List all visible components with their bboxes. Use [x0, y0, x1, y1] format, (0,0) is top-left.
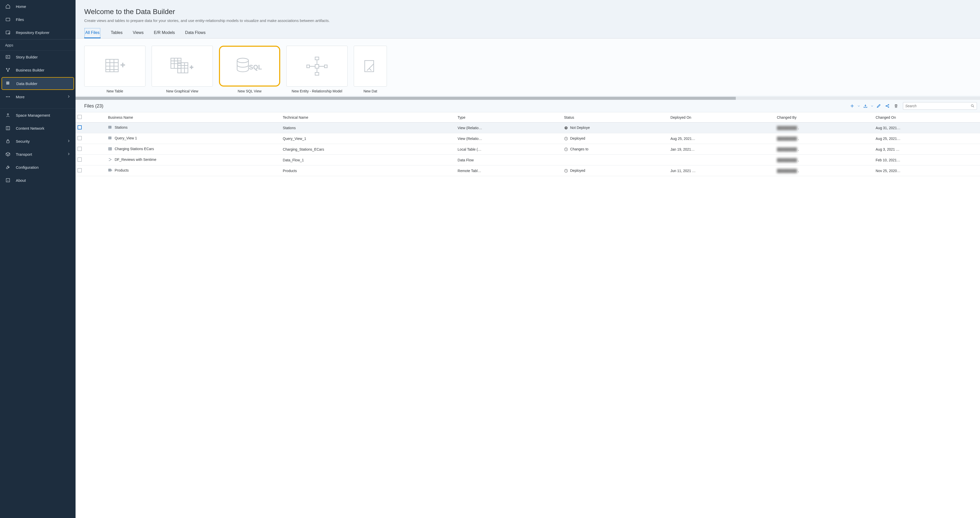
- sidebar-item-data-builder[interactable]: Data Builder: [2, 77, 74, 90]
- svg-point-9: [7, 96, 8, 97]
- lock-icon: [5, 139, 11, 144]
- search-input[interactable]: [905, 104, 970, 108]
- chevron-right-icon: [67, 95, 70, 99]
- share-button[interactable]: [883, 102, 892, 110]
- tab-tables[interactable]: Tables: [111, 28, 123, 38]
- files-count-title: Files (23): [84, 104, 103, 109]
- chart-icon: [5, 54, 11, 60]
- col-changed-on[interactable]: Changed On: [873, 112, 980, 123]
- add-dropdown[interactable]: [856, 102, 861, 110]
- cell-status: Deployed: [562, 166, 668, 176]
- add-button[interactable]: [848, 102, 856, 110]
- search-box[interactable]: [903, 102, 977, 110]
- sidebar-item-content-network[interactable]: Content Network: [0, 122, 76, 135]
- card-new-data-flow[interactable]: New Dat: [354, 46, 387, 93]
- sidebar: Home Files Repository Explorer Apps Stor…: [0, 0, 76, 518]
- card-box: [151, 46, 213, 86]
- sidebar-item-space-management[interactable]: Space Management: [0, 109, 76, 122]
- col-deployed-on[interactable]: Deployed On: [668, 112, 775, 123]
- cell-business-name: Charging Stations ECars: [106, 144, 281, 155]
- svg-point-18: [237, 58, 248, 63]
- row-checkbox[interactable]: [78, 158, 82, 162]
- sidebar-item-label: Space Management: [16, 113, 50, 118]
- import-button[interactable]: [861, 102, 870, 110]
- col-business-name[interactable]: Business Name: [106, 112, 281, 123]
- sidebar-item-label: Home: [16, 4, 26, 9]
- sql-icon: SQL: [234, 56, 265, 77]
- sidebar-item-transport[interactable]: Transport: [0, 148, 76, 161]
- svg-rect-25: [365, 61, 374, 72]
- svg-point-11: [7, 113, 9, 115]
- cell-changed-on: Nov 25, 2020…: [873, 166, 980, 176]
- action-cards: New Table New Graphical View SQL New SQL…: [76, 38, 980, 96]
- svg-rect-23: [307, 65, 310, 68]
- sidebar-item-label: Transport: [16, 152, 32, 156]
- row-checkbox[interactable]: [78, 147, 82, 151]
- svg-rect-13: [6, 141, 9, 143]
- sidebar-item-about[interactable]: About: [0, 174, 76, 187]
- files-table: Business Name Technical Name Type Status…: [76, 112, 980, 518]
- tab-data-flows[interactable]: Data Flows: [185, 28, 205, 38]
- sidebar-item-files[interactable]: Files: [0, 13, 76, 26]
- row-checkbox[interactable]: [78, 136, 82, 140]
- main-content: Welcome to the Data Builder Create views…: [76, 0, 980, 518]
- sidebar-item-label: Content Network: [16, 126, 45, 131]
- svg-rect-34: [108, 148, 111, 150]
- sidebar-item-more[interactable]: More: [0, 90, 76, 104]
- wrench-icon: [5, 164, 11, 170]
- card-label: New Graphical View: [151, 89, 213, 93]
- col-technical-name[interactable]: Technical Name: [281, 112, 455, 123]
- edit-button[interactable]: [874, 102, 883, 110]
- table-row[interactable]: StationsStationsView (Relatio…Not Deploy…: [76, 123, 980, 133]
- svg-rect-30: [108, 126, 111, 128]
- table-row[interactable]: Query_View 1Query_View_1View (Relatio…De…: [76, 133, 980, 144]
- card-new-sql-view[interactable]: SQL New SQL View: [219, 46, 280, 93]
- row-checkbox[interactable]: [78, 125, 82, 129]
- cell-deployed-on: [668, 155, 775, 166]
- table-row[interactable]: DF_Reviews with SentimeData_Flow_1Data F…: [76, 155, 980, 166]
- tab-er-models[interactable]: E/R Models: [154, 28, 175, 38]
- table-row[interactable]: ProductsProductsRemote Tabl…DeployedJun …: [76, 166, 980, 176]
- tab-all-files[interactable]: All Files: [84, 28, 100, 38]
- select-all-checkbox[interactable]: [78, 115, 82, 119]
- cell-type: Remote Tabl…: [455, 166, 562, 176]
- sidebar-item-repository-explorer[interactable]: Repository Explorer: [0, 26, 76, 39]
- col-status[interactable]: Status: [562, 112, 668, 123]
- table-row[interactable]: Charging Stations ECarsCharging_Stations…: [76, 144, 980, 155]
- horizontal-scrollbar[interactable]: [76, 97, 980, 100]
- svg-rect-3: [6, 56, 10, 59]
- sidebar-item-configuration[interactable]: Configuration: [0, 161, 76, 174]
- col-changed-by[interactable]: Changed By: [775, 112, 873, 123]
- tab-views[interactable]: Views: [133, 28, 143, 38]
- card-label: New Table: [84, 89, 145, 93]
- card-label: New Dat: [354, 89, 387, 93]
- card-box: [286, 46, 348, 86]
- row-checkbox[interactable]: [78, 168, 82, 172]
- card-new-table[interactable]: New Table: [84, 46, 145, 93]
- repo-icon: [5, 30, 11, 35]
- sidebar-item-home[interactable]: Home: [0, 0, 76, 13]
- page-title: Welcome to the Data Builder: [84, 8, 971, 16]
- cell-status: Changes to: [562, 144, 668, 155]
- sidebar-item-security[interactable]: Security: [0, 135, 76, 148]
- cell-type: Data Flow: [455, 155, 562, 166]
- status-icon: [564, 126, 568, 130]
- cell-changed-on: Aug 3, 2021 …: [873, 144, 980, 155]
- svg-point-6: [7, 71, 8, 72]
- svg-rect-20: [315, 65, 319, 68]
- card-new-er-model[interactable]: New Entity - Relationship Model: [286, 46, 348, 93]
- col-type[interactable]: Type: [455, 112, 562, 123]
- card-box: SQL: [219, 46, 280, 86]
- cell-deployed-on: Jan 19, 2021…: [668, 144, 775, 155]
- card-new-graphical-view[interactable]: New Graphical View: [151, 46, 213, 93]
- delete-button[interactable]: [892, 102, 900, 110]
- svg-rect-36: [108, 169, 111, 171]
- import-dropdown[interactable]: [870, 102, 874, 110]
- table-plus-icon: [103, 56, 126, 77]
- sidebar-item-business-builder[interactable]: Business Builder: [0, 64, 76, 77]
- status-icon: [564, 137, 568, 141]
- table-tools-icon: [6, 81, 11, 86]
- sidebar-item-story-builder[interactable]: Story Builder: [0, 51, 76, 64]
- svg-point-28: [888, 107, 889, 107]
- cell-changed-by: ████████ .: [775, 166, 873, 176]
